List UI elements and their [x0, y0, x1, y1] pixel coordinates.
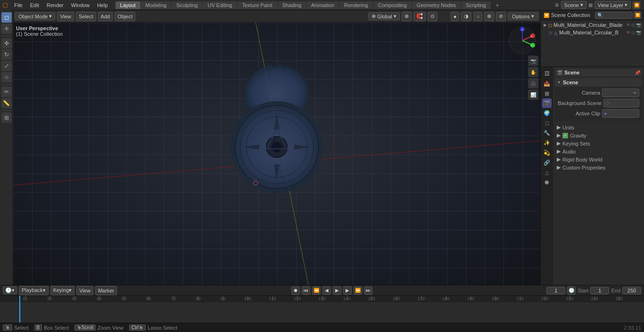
vp-tool-cam2[interactable]: 🎥 [528, 78, 538, 89]
timeline-ruler[interactable]: 1020304050607080901001101201301401501601… [0, 296, 644, 323]
view-layer-selector[interactable]: View Layer ▾ [594, 1, 631, 9]
viewport-shading-material[interactable]: ◑ [461, 12, 471, 21]
outliner-filter-btn[interactable]: 🔽 [634, 11, 641, 19]
tool-measure[interactable]: 📏 [1, 98, 12, 108]
timeline-play[interactable]: ▶ [333, 286, 341, 295]
timeline-mode[interactable]: 🕐▾ [3, 286, 17, 294]
timeline-record[interactable]: ⏺ [291, 286, 300, 295]
tool-rotate[interactable]: ↻ [1, 49, 12, 60]
timeline-prev-frame[interactable]: ⏪ [312, 286, 321, 295]
proportional-edit[interactable]: ⊙ [428, 12, 438, 21]
outliner-item-selectable-1[interactable]: ◎ [631, 23, 635, 27]
tab-uv-editing[interactable]: UV Editing [203, 1, 237, 9]
vp-tool-camera[interactable]: 📷 [528, 56, 538, 66]
tab-shading[interactable]: Shading [278, 1, 306, 9]
list-item[interactable]: ▶ ◻ Multi_Material_Circular_Blade 👁 ◎ 📷 [541, 21, 644, 29]
nav-gizmo[interactable]: X Y Z [508, 26, 537, 55]
timeline-marker[interactable]: Marker [95, 286, 117, 295]
gravity-checkbox[interactable]: ✓ [562, 133, 568, 138]
rigid-body-section[interactable]: ▶ Rigid Body World [555, 155, 642, 163]
tab-scripting[interactable]: Scripting [461, 1, 491, 9]
transform-orientations[interactable]: ⊗ [402, 12, 412, 21]
menu-help[interactable]: Help [93, 1, 112, 9]
vp-tool-hand[interactable]: ✋ [528, 67, 538, 77]
vp-tool-render[interactable]: 📊 [528, 89, 538, 100]
pivot-selector[interactable]: ⊕Global▾ [368, 12, 400, 20]
timeline-view[interactable]: View [76, 286, 93, 295]
scene-selector[interactable]: Scene ▾ [561, 1, 586, 9]
menu-file[interactable]: File [10, 1, 26, 9]
timeline-prev-keyframe[interactable]: ◀ [322, 286, 331, 295]
outliner-item-visibility-1[interactable]: 👁 [626, 23, 630, 27]
gravity-section[interactable]: ▶ ✓ Gravity [555, 131, 642, 139]
props-tab-physics[interactable]: 💫 [542, 148, 552, 157]
tab-animation[interactable]: Animation [306, 1, 339, 9]
viewport-view-menu[interactable]: View [57, 12, 74, 21]
timeline-playback[interactable]: Playback▾ [19, 286, 49, 295]
tab-rendering[interactable]: Rendering [339, 1, 373, 9]
props-tab-render[interactable]: 🖼 [542, 69, 552, 78]
timeline-jump-end[interactable]: ⏭ [364, 286, 372, 295]
menu-render[interactable]: Render [43, 1, 67, 9]
tab-modeling[interactable]: Modeling [141, 1, 172, 9]
tab-texture-paint[interactable]: Texture Paint [237, 1, 277, 9]
tool-add[interactable]: ⊞ [1, 113, 12, 123]
scene-section-header[interactable]: ▼ Scene [555, 78, 642, 87]
viewport-shading-solid[interactable]: ● [451, 12, 460, 21]
tool-select[interactable]: ◻ [1, 12, 12, 23]
tab-compositing[interactable]: Compositing [373, 1, 412, 9]
timeline-next-keyframe[interactable]: ▶ [343, 286, 352, 295]
timeline-current-frame[interactable]: 1 [546, 287, 565, 294]
props-tab-world[interactable]: 🌍 [542, 108, 552, 118]
viewport-shading-rendered[interactable]: ○ [473, 12, 482, 21]
props-tab-modifier[interactable]: 🔧 [542, 128, 552, 138]
viewport-options[interactable]: Options▾ [508, 12, 538, 20]
timeline-jump-start[interactable]: ⏮ [302, 286, 310, 295]
tab-sculpting[interactable]: Sculpting [172, 1, 202, 9]
mode-selector[interactable]: Object Mode▾ [15, 12, 55, 20]
timeline-start-value[interactable]: 1 [590, 287, 609, 294]
timeline-cursor[interactable] [19, 296, 20, 323]
outliner-item-selectable-2[interactable]: ◎ [631, 30, 635, 35]
outliner-item-render-1[interactable]: 📷 [636, 23, 641, 27]
menu-window[interactable]: Window [67, 1, 93, 9]
timeline-end-value[interactable]: 250 [622, 287, 641, 294]
custom-props-section[interactable]: ▶ Custom Properties [555, 163, 642, 171]
outliner-search[interactable] [595, 12, 633, 19]
viewport-gizmos[interactable]: ⊘ [496, 12, 506, 21]
camera-field[interactable]: ■ ✏ [602, 89, 639, 97]
tool-annotate[interactable]: ✏ [1, 87, 12, 97]
tab-add[interactable]: + [491, 1, 504, 9]
props-tab-object[interactable]: ◻ [542, 118, 552, 128]
background-scene-field[interactable]: ⬡ [603, 99, 639, 107]
viewport-canvas[interactable]: User Perspective (1) Scene Collection X … [13, 23, 540, 285]
tab-geometry-nodes[interactable]: Geometry Nodes [412, 1, 461, 9]
props-tab-scene[interactable]: 🎬 [542, 98, 552, 108]
tool-scale[interactable]: ⤢ [1, 61, 12, 71]
props-tab-constraints[interactable]: 🔗 [542, 158, 552, 167]
tab-layout[interactable]: Layout [116, 1, 140, 9]
viewport-select-menu[interactable]: Select [76, 12, 96, 21]
outliner-item-visibility-2[interactable]: 👁 [626, 30, 630, 35]
tool-move[interactable]: ✜ [1, 38, 12, 49]
snap-toggle[interactable]: 🧲 [413, 12, 426, 21]
timeline-keying[interactable]: Keying▾ [50, 286, 75, 295]
viewport-object-menu[interactable]: Object [115, 12, 135, 21]
viewport-overlay[interactable]: ⊕ [484, 12, 494, 21]
props-tab-output[interactable]: 📤 [542, 79, 552, 88]
scene-prop-pin[interactable]: 📌 [635, 70, 640, 75]
camera-edit-icon[interactable]: ✏ [633, 90, 637, 95]
timeline-fps-btn[interactable]: 🕐 [567, 286, 576, 295]
props-tab-view-layer[interactable]: ▦ [542, 89, 552, 98]
tool-cursor[interactable]: ✛ [1, 24, 12, 34]
viewport-add-menu[interactable]: Add [98, 12, 113, 21]
tool-transform[interactable]: ⊹ [1, 72, 12, 82]
audio-section[interactable]: ▶ Audio [555, 147, 642, 155]
active-clip-field[interactable]: ▶ [602, 109, 639, 118]
outliner-filter-icon[interactable]: 🔽 [544, 13, 549, 18]
keying-sets-section[interactable]: ▶ Keying Sets [555, 139, 642, 147]
menu-edit[interactable]: Edit [26, 1, 43, 9]
props-tab-material[interactable]: ⬟ [542, 178, 552, 187]
timeline-next-frame[interactable]: ⏩ [354, 286, 362, 295]
outliner-item-render-2[interactable]: 📷 [636, 30, 641, 35]
